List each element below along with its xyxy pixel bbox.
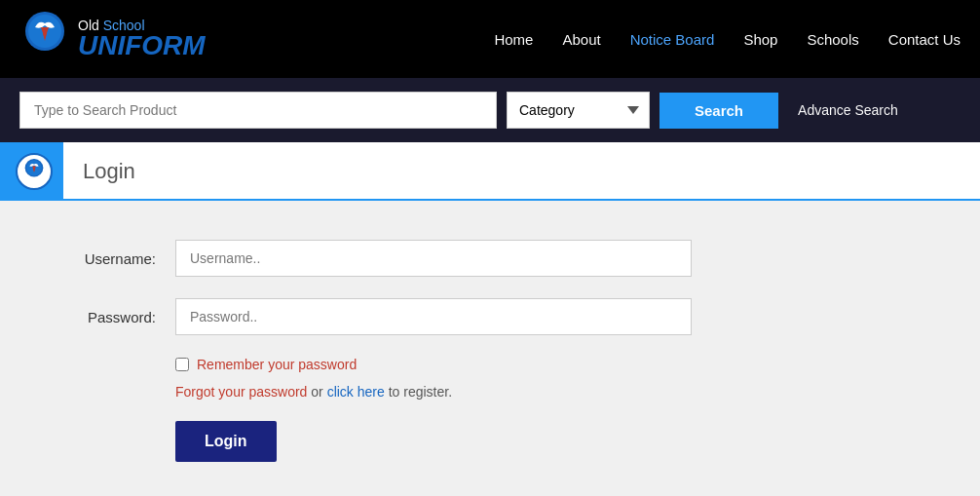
- password-input[interactable]: [175, 298, 692, 335]
- nav-notice-board[interactable]: Notice Board: [630, 31, 715, 48]
- main-content: Login Username: Password: Remember your …: [0, 142, 980, 496]
- remember-label: Remember your password: [197, 357, 357, 372]
- login-btn-row: Login: [175, 421, 961, 462]
- logo-icon: [19, 10, 70, 68]
- category-select[interactable]: Category School Uniforms Accessories Spo…: [507, 92, 650, 129]
- or-text: or: [311, 384, 326, 400]
- username-label: Username:: [39, 250, 175, 267]
- section-icon: [16, 153, 53, 190]
- logo-uniform: UNIFORM: [78, 32, 206, 59]
- password-row: Password:: [39, 298, 961, 335]
- login-button[interactable]: Login: [175, 421, 277, 462]
- remember-row: Remember your password: [175, 357, 961, 372]
- search-button[interactable]: Search: [660, 93, 778, 129]
- remember-checkbox[interactable]: [175, 358, 189, 371]
- nav-contact[interactable]: Contact Us: [888, 31, 961, 48]
- register-text: to register.: [389, 384, 452, 400]
- nav-about[interactable]: About: [562, 31, 600, 48]
- password-label: Password:: [39, 309, 175, 325]
- header: Old School UNIFORM Home About Notice Boa…: [0, 0, 980, 78]
- main-nav: Home About Notice Board Shop Schools Con…: [494, 31, 961, 48]
- advance-search-link[interactable]: Advance Search: [798, 102, 898, 118]
- nav-schools[interactable]: Schools: [807, 31, 858, 48]
- forgot-password-link[interactable]: Forgot your password: [175, 384, 307, 400]
- nav-home[interactable]: Home: [494, 31, 533, 48]
- username-row: Username:: [39, 240, 961, 277]
- login-form-area: Username: Password: Remember your passwo…: [0, 201, 980, 496]
- forgot-row: Forgot your password or click here to re…: [175, 384, 961, 400]
- section-header: Login: [0, 142, 980, 201]
- section-icon-box: [5, 142, 63, 201]
- search-bar: Category School Uniforms Accessories Spo…: [0, 78, 980, 142]
- section-title: Login: [63, 142, 980, 201]
- click-here-link[interactable]: click here: [327, 384, 385, 400]
- logo-text: Old School UNIFORM: [78, 19, 206, 59]
- search-input[interactable]: [19, 92, 497, 129]
- nav-shop[interactable]: Shop: [743, 31, 777, 48]
- logo: Old School UNIFORM: [19, 10, 206, 68]
- username-input[interactable]: [175, 240, 692, 277]
